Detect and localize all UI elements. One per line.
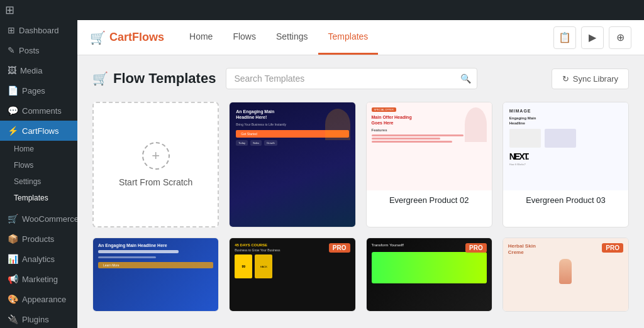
brand-icon: 🛒 [90, 30, 106, 45]
scratch-label: Start From Scratch [119, 177, 192, 187]
nav-actions: 📋 ▶ ⊕ [553, 26, 631, 49]
template-card-ev3[interactable]: mimage Engaging MainHeadline NEXT. How I… [502, 102, 629, 227]
scratch-card[interactable]: + Start From Scratch [92, 102, 219, 227]
marketing-icon: 📢 [8, 274, 18, 284]
template-card-label-b4: Herbal Skin Creme [503, 311, 628, 312]
sidebar-sub-flows[interactable]: Flows [0, 157, 77, 173]
scratch-plus-icon: + [142, 142, 170, 170]
template-card-ev2[interactable]: SPECIAL OFFER Main Offer HeadingGoes Her… [366, 102, 492, 227]
sub-label: Settings [14, 177, 41, 186]
search-area: 🔍 [226, 68, 477, 89]
brand[interactable]: 🛒 CartFlows [90, 30, 164, 45]
main-content: 🛒 CartFlows Home Flows Settings Template… [77, 20, 644, 328]
sidebar: ⊞ Dashboard ✎ Posts 🖼 Media 📄 Pages 💬 Co… [0, 20, 77, 328]
template-card-image-b1: An Engaging Main Headline Here Learn Mor… [93, 238, 218, 311]
nav-icon-btn-3[interactable]: ⊕ [609, 26, 631, 49]
template-card-image-ev1: An Engaging MainHeadline Here! Bring You… [230, 102, 355, 227]
admin-bar: ⊞ [0, 0, 644, 20]
page-title-area: 🛒 Flow Templates [92, 70, 216, 87]
nav-link-templates[interactable]: Templates [318, 20, 379, 55]
search-input[interactable] [226, 68, 477, 89]
sidebar-item-marketing[interactable]: 📢 Marketing [0, 269, 77, 289]
appearance-icon: 🎨 [8, 294, 18, 304]
nav-link-home[interactable]: Home [179, 20, 223, 55]
sub-label: Home [14, 145, 34, 153]
page-header: 🛒 Flow Templates 🔍 ↻ Sync Library [92, 68, 629, 89]
sidebar-item-label: Marketing [22, 275, 58, 284]
sidebar-item-label: Products [22, 234, 54, 244]
posts-icon: ✎ [8, 45, 15, 55]
wp-logo-icon[interactable]: ⊞ [5, 3, 14, 17]
sidebar-item-media[interactable]: 🖼 Media [0, 60, 77, 80]
sidebar-sub-settings[interactable]: Settings [0, 173, 77, 190]
sidebar-item-label: Dashboard [19, 26, 59, 35]
sync-label: Sync Library [573, 74, 618, 84]
pro-badge-b4: PRO [602, 243, 623, 253]
template-card-b1[interactable]: An Engaging Main Headline Here Learn Mor… [92, 238, 219, 312]
templates-grid-row2: An Engaging Main Headline Here Learn Mor… [92, 238, 629, 312]
sub-label: Flows [14, 161, 33, 170]
cartflows-icon: ⚡ [8, 126, 18, 136]
dashboard-icon: ⊞ [8, 25, 15, 35]
top-nav: 🛒 CartFlows Home Flows Settings Template… [77, 20, 644, 55]
analytics-icon: 📊 [8, 254, 18, 264]
sub-label: Templates [14, 194, 48, 202]
sidebar-item-label: Appearance [22, 295, 66, 304]
template-card-b3[interactable]: PRO Transform Yourself! [366, 238, 492, 312]
nav-icon-btn-2[interactable]: ▶ [581, 26, 604, 49]
page-title-icon: 🛒 [92, 71, 108, 86]
sidebar-item-plugins[interactable]: 🔌 Plugins [0, 309, 77, 328]
template-card-label-ev3: Evergreen Product 03 [503, 190, 628, 210]
sidebar-item-comments[interactable]: 💬 Comments [0, 101, 77, 121]
sidebar-item-label: Pages [22, 86, 45, 96]
search-input-wrapper: 🔍 [226, 68, 477, 89]
sync-library-button[interactable]: ↻ Sync Library [552, 68, 629, 89]
products-icon: 📦 [8, 234, 18, 244]
search-button[interactable]: 🔍 [460, 74, 471, 84]
sidebar-item-label: WooCommerce [22, 214, 77, 224]
template-card-b4[interactable]: PRO Herbal SkinCreme Herbal Skin Creme [502, 238, 629, 312]
plugins-icon: 🔌 [8, 314, 18, 324]
template-card-b2[interactable]: PRO 45 DAYS COURSE Business to Grow Your… [229, 238, 355, 312]
sidebar-item-label: Media [20, 66, 42, 75]
sidebar-item-label: Analytics [22, 254, 55, 264]
sidebar-item-products[interactable]: 📦 Products [0, 229, 77, 249]
sidebar-sub-home[interactable]: Home [0, 141, 77, 157]
page-content: 🛒 Flow Templates 🔍 ↻ Sync Library + [77, 55, 644, 328]
template-card-image-ev3: mimage Engaging MainHeadline NEXT. How I… [503, 102, 628, 190]
sidebar-item-label: CartFlows [22, 126, 59, 136]
sidebar-item-label: Plugins [22, 315, 49, 324]
pages-icon: 📄 [8, 85, 18, 96]
sidebar-sub-templates[interactable]: Templates [0, 190, 77, 206]
sidebar-item-posts[interactable]: ✎ Posts [0, 40, 77, 60]
template-card-image-ev2: SPECIAL OFFER Main Offer HeadingGoes Her… [367, 102, 492, 190]
pro-badge-b3: PRO [465, 243, 487, 253]
sidebar-item-appearance[interactable]: 🎨 Appearance [0, 289, 77, 309]
sidebar-item-label: Posts [19, 46, 40, 55]
woocommerce-icon: 🛒 [8, 214, 18, 224]
sidebar-item-pages[interactable]: 📄 Pages [0, 80, 77, 101]
media-icon: 🖼 [8, 65, 16, 75]
sync-icon: ↻ [562, 74, 569, 84]
nav-link-settings[interactable]: Settings [266, 20, 318, 55]
nav-links: Home Flows Settings Templates [179, 20, 378, 55]
nav-icon-btn-1[interactable]: 📋 [553, 26, 576, 49]
templates-grid: + Start From Scratch An Engaging MainHea… [92, 102, 629, 227]
brand-name: CartFlows [109, 31, 164, 44]
template-card-ev1[interactable]: An Engaging MainHeadline Here! Bring You… [229, 102, 355, 227]
nav-link-flows[interactable]: Flows [223, 20, 266, 55]
pro-badge-b2: PRO [329, 243, 350, 253]
template-card-label-ev1: Evergreen Product 01 [230, 227, 355, 227]
template-card-label-ev2: Evergreen Product 02 [367, 190, 492, 210]
sidebar-item-label: Comments [22, 106, 62, 116]
sidebar-item-dashboard[interactable]: ⊞ Dashboard [0, 20, 77, 40]
page-title: Flow Templates [113, 70, 216, 87]
sidebar-item-analytics[interactable]: 📊 Analytics [0, 249, 77, 269]
comments-icon: 💬 [8, 106, 18, 116]
sidebar-item-cartflows[interactable]: ⚡ CartFlows [0, 121, 77, 141]
sidebar-item-woocommerce[interactable]: 🛒 WooCommerce [0, 209, 77, 229]
